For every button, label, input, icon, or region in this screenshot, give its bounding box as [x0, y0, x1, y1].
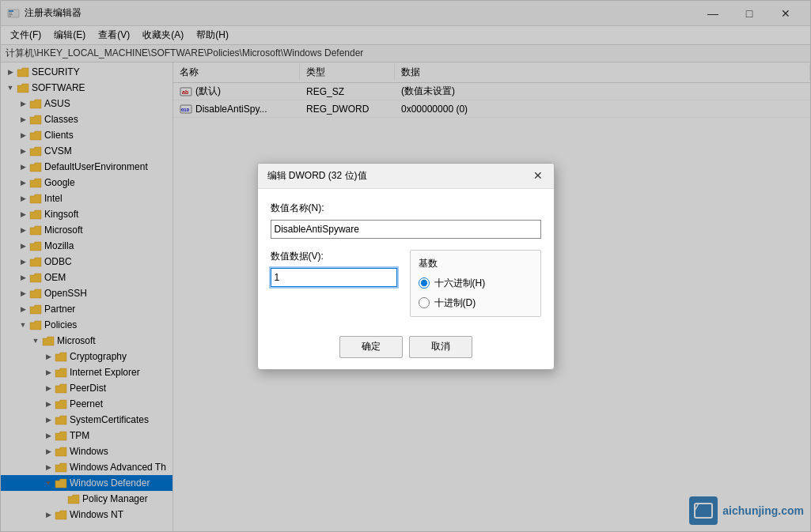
dialog-buttons: 确定 取消 [258, 326, 554, 369]
radio-hex-label: 十六进制(H) [434, 277, 486, 290]
value-name-input[interactable] [271, 220, 541, 239]
value-data-label: 数值数据(V): [271, 250, 397, 263]
radio-dec[interactable]: 十进制(D) [419, 296, 532, 310]
value-data-input[interactable] [271, 268, 397, 287]
dialog-title-text: 编辑 DWORD (32 位)值 [267, 169, 367, 183]
radio-dec-label: 十进制(D) [434, 296, 476, 310]
cancel-button[interactable]: 取消 [409, 336, 472, 358]
radio-hex-input[interactable] [419, 277, 430, 289]
value-name-label: 数值名称(N): [271, 202, 541, 215]
dialog-overlay: 编辑 DWORD (32 位)值 ✕ 数值名称(N): 数值数据(V): 基数 [1, 1, 810, 531]
ok-button[interactable]: 确定 [339, 336, 403, 358]
dialog-title-bar: 编辑 DWORD (32 位)值 ✕ [258, 164, 554, 189]
radio-dec-input[interactable] [419, 297, 430, 308]
radio-hex[interactable]: 十六进制(H) [419, 277, 532, 290]
edit-dword-dialog: 编辑 DWORD (32 位)值 ✕ 数值名称(N): 数值数据(V): 基数 [257, 163, 555, 370]
registry-editor-window: 注册表编辑器 — □ ✕ 文件(F) 编辑(E) 查看(V) 收藏夹(A) 帮助… [0, 0, 811, 532]
dialog-base-section: 基数 十六进制(H) 十进制(D) [410, 250, 541, 317]
base-label: 基数 [419, 257, 532, 270]
dialog-close-button[interactable]: ✕ [529, 166, 548, 185]
dialog-value-section: 数值数据(V): [271, 250, 397, 317]
dialog-body: 数值名称(N): 数值数据(V): 基数 十六进制(H) [258, 189, 554, 326]
dialog-data-row: 数值数据(V): 基数 十六进制(H) 十进制(D) [271, 250, 541, 317]
radio-group: 十六进制(H) 十进制(D) [419, 277, 532, 310]
